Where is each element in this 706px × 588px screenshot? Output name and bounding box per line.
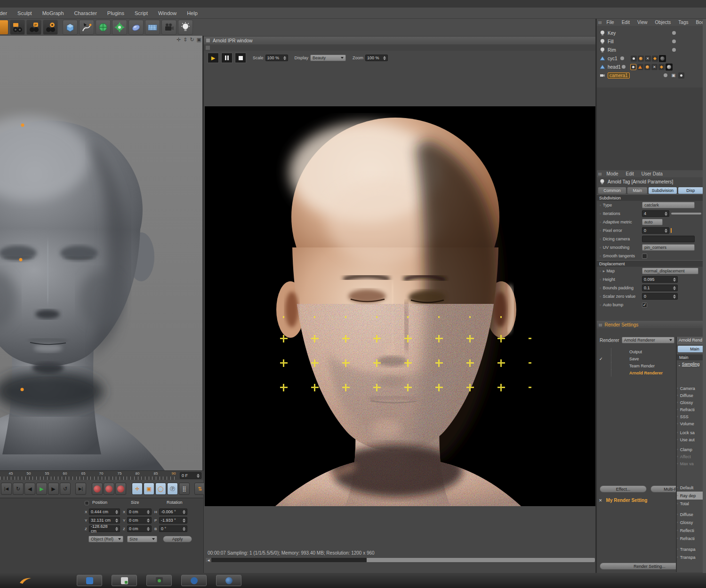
- dolly-icon[interactable]: ⇕: [183, 37, 187, 43]
- rs-param[interactable]: ◦Clamp: [677, 446, 706, 453]
- arnold-tag-icon[interactable]: [678, 72, 684, 79]
- effect-button[interactable]: Effect...: [600, 485, 647, 493]
- rs-param[interactable]: ◦Lock sa: [677, 429, 706, 436]
- coords-size-dropdown[interactable]: Size: [127, 536, 157, 542]
- rs-param[interactable]: ◦Diffuse: [677, 510, 706, 518]
- coords-lock-checkbox[interactable]: [85, 501, 89, 505]
- rs-param[interactable]: ◦Volume: [677, 420, 706, 427]
- render-picture-viewer-icon[interactable]: P: [26, 20, 41, 35]
- om-menu-tags[interactable]: Tags: [674, 20, 692, 25]
- simulate-icon[interactable]: [128, 20, 144, 35]
- rs-param[interactable]: ◦Reflecti: [677, 526, 706, 534]
- rs-param[interactable]: ◦SSS: [677, 413, 706, 420]
- orbit-icon[interactable]: ↻: [190, 37, 194, 43]
- app-icon-2[interactable]: [112, 575, 137, 586]
- am-menu-userdata[interactable]: User Data: [638, 171, 666, 176]
- menu-mograph[interactable]: MoGraph: [37, 10, 69, 16]
- position-y-field[interactable]: 32.131 cm: [89, 517, 120, 524]
- size-x-field[interactable]: 0 cm: [127, 509, 152, 515]
- key-rotation-toggle[interactable]: ◯: [155, 483, 166, 495]
- record-keyframe-button[interactable]: [92, 483, 103, 495]
- panel-menu-icon[interactable]: ▤: [599, 323, 602, 327]
- position-x-field[interactable]: 0.444 cm: [89, 509, 120, 515]
- menu-plugins[interactable]: Plugins: [102, 10, 129, 16]
- ipr-scale-field[interactable]: 100 %: [265, 55, 288, 61]
- preset-close-icon[interactable]: ✕: [599, 498, 602, 503]
- uv-smoothing-dropdown[interactable]: pin_corners: [642, 244, 695, 251]
- om-menu-objects[interactable]: Objects: [651, 20, 674, 25]
- app-icon-1[interactable]: [77, 575, 102, 586]
- dicing-camera-field[interactable]: [642, 236, 695, 242]
- tab-displacement[interactable]: Disp: [678, 187, 704, 194]
- am-menu-edit[interactable]: Edit: [622, 171, 638, 176]
- menu-help[interactable]: Help: [182, 10, 203, 16]
- render-settings-titlebar[interactable]: ▤ Render Settings: [597, 321, 706, 328]
- subdivision-surface-icon[interactable]: [96, 20, 111, 35]
- app-icon-5[interactable]: [216, 575, 241, 586]
- pan-icon[interactable]: ✛: [176, 37, 181, 43]
- coords-mode-dropdown[interactable]: Object (Rel): [88, 536, 123, 542]
- ipr-pause-button[interactable]: [221, 53, 233, 63]
- goto-start-button[interactable]: |◀: [1, 483, 12, 495]
- ipr-menu-grip-icon[interactable]: [206, 46, 210, 50]
- floor-icon[interactable]: [145, 20, 160, 35]
- size-y-field[interactable]: 0 cm: [127, 517, 152, 524]
- panel-menu-icon[interactable]: ▤: [598, 172, 602, 176]
- key-position-toggle[interactable]: ✛: [132, 483, 143, 495]
- light-icon[interactable]: [178, 20, 193, 35]
- rs-param[interactable]: ◦Refracti: [677, 534, 706, 542]
- object-row-cyc1[interactable]: cyc1 ✕: [597, 54, 706, 63]
- object-row-key[interactable]: Key: [597, 29, 706, 37]
- adaptive-metric-dropdown[interactable]: auto: [642, 219, 663, 225]
- om-menu-view[interactable]: View: [634, 20, 651, 25]
- material-tag-icon[interactable]: [666, 64, 673, 71]
- rs-param-highlighted[interactable]: ◦Ray dep: [677, 492, 706, 500]
- play-button[interactable]: ▶: [36, 483, 47, 495]
- size-z-field[interactable]: 0 cm: [127, 525, 152, 532]
- rs-param[interactable]: ◦Default: [677, 484, 706, 492]
- camera-active-icon[interactable]: ▣: [671, 73, 675, 78]
- current-frame-field[interactable]: 0 F: [180, 472, 201, 479]
- tree-item-arnold-renderer[interactable]: Arnold Renderer: [611, 369, 675, 376]
- menu-script[interactable]: Script: [129, 10, 153, 16]
- smooth-tangents-checkbox[interactable]: [642, 254, 647, 259]
- tab-subdivision[interactable]: Subdivision: [649, 187, 676, 194]
- am-menu-mode[interactable]: Mode: [603, 171, 622, 176]
- object-row-head1[interactable]: head1 ✕: [597, 63, 706, 71]
- panel-menu-icon[interactable]: ▤: [598, 20, 602, 24]
- sampling-group-label[interactable]: ◦Sampling: [677, 360, 706, 367]
- layer-dot[interactable]: [672, 31, 676, 35]
- material-tag-icon[interactable]: [659, 55, 666, 62]
- iterations-slider[interactable]: [671, 213, 701, 215]
- bounds-padding-field[interactable]: 0.1: [642, 285, 678, 291]
- layer-dot[interactable]: [622, 65, 626, 69]
- object-row-camera1[interactable]: camera1 ▣: [597, 71, 706, 79]
- arnold-tag-icon-selected[interactable]: [630, 64, 636, 70]
- ipr-render-area[interactable]: [205, 106, 596, 506]
- ipr-zoom-field[interactable]: 100 %: [365, 55, 388, 61]
- spline-pen-icon[interactable]: [79, 20, 94, 35]
- right-edge-scrollbar[interactable]: [703, 19, 706, 573]
- key-scale-toggle[interactable]: ▣: [144, 483, 154, 495]
- position-z-field[interactable]: -128.628 cm: [89, 525, 120, 532]
- menu-window[interactable]: Window: [153, 10, 182, 16]
- scrollbar-thumb[interactable]: [211, 558, 367, 562]
- uvw-tag-icon[interactable]: [658, 64, 665, 70]
- auto-bump-checkbox[interactable]: ✓: [642, 302, 647, 308]
- rs-param[interactable]: ◦Glossy: [677, 518, 706, 526]
- expand-icon[interactable]: ▸: [603, 269, 605, 273]
- tree-item-save[interactable]: ✓ Save: [611, 355, 675, 362]
- rotation-h-field[interactable]: -0.006 °: [159, 509, 187, 515]
- uvw-tag-icon[interactable]: [652, 56, 658, 62]
- loop-back-button[interactable]: ↺: [60, 483, 71, 495]
- menu-character[interactable]: Character: [69, 10, 102, 16]
- height-field[interactable]: 0.095: [642, 276, 678, 283]
- map-dropdown[interactable]: normal_displacement: [642, 268, 698, 274]
- object-row-fill[interactable]: Fill: [597, 37, 706, 46]
- renderer-dropdown[interactable]: Arnold Renderer: [622, 337, 674, 343]
- menu-sculpt[interactable]: Sculpt: [12, 10, 37, 16]
- menu-render[interactable]: Render: [0, 10, 12, 16]
- arnold-tag-icon[interactable]: [631, 56, 637, 62]
- rotation-b-field[interactable]: 0 °: [159, 525, 187, 532]
- arnold-panel-section-main[interactable]: Main: [677, 354, 706, 360]
